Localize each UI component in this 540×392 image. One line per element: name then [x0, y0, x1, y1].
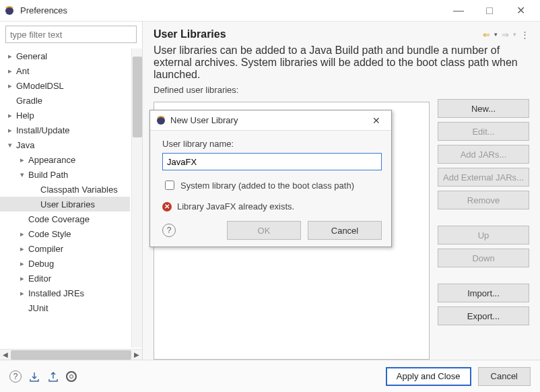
tree-item-code-style[interactable]: ▸Code Style: [0, 226, 130, 241]
chevron-right-icon[interactable]: ▸: [4, 52, 16, 61]
remove-button: Remove: [438, 191, 529, 209]
sidebar: ▸General▸Ant▸GModelDSLGradle▸Help▸Instal…: [0, 22, 143, 360]
tree-item-compiler[interactable]: ▸Compiler: [0, 241, 130, 256]
tree-item-label: Gradle: [16, 96, 42, 106]
tree-item-label: Compiler: [28, 244, 63, 254]
tree-item-appearance[interactable]: ▸Appearance: [0, 152, 130, 167]
forward-menu-icon: ▾: [513, 31, 516, 38]
chevron-down-icon[interactable]: ▾: [16, 170, 28, 179]
tree-item-label: Classpath Variables: [40, 185, 118, 195]
error-message: Library JavaFX already exists.: [177, 201, 294, 211]
dialog-close-button[interactable]: ✕: [367, 115, 386, 126]
tree-item-label: Code Coverage: [28, 214, 90, 224]
tree-item-label: Debug: [28, 259, 54, 269]
eclipse-icon: [4, 5, 15, 16]
tree-item-user-libraries[interactable]: User Libraries: [0, 197, 130, 211]
tree-item-gmodeldsl[interactable]: ▸GModelDSL: [0, 78, 130, 93]
tree-item-debug[interactable]: ▸Debug: [0, 256, 130, 271]
export-prefs-icon[interactable]: [47, 370, 59, 383]
menu-icon[interactable]: ⋮: [520, 30, 529, 40]
tree-item-install-update[interactable]: ▸Install/Update: [0, 123, 130, 137]
system-library-checkbox[interactable]: System library (added to the boot class …: [162, 178, 382, 192]
tree-item-gradle[interactable]: Gradle: [0, 93, 130, 108]
tree-item-junit[interactable]: JUnit: [0, 300, 130, 315]
up-button: Up: [438, 226, 529, 244]
import-prefs-icon[interactable]: [28, 370, 40, 383]
maximize-button[interactable]: □: [474, 0, 505, 22]
error-icon: ✕: [162, 202, 172, 211]
nav-icons: ⇐ ▾ ⇒ ▾ ⋮: [483, 30, 529, 40]
dialog-title: New User Library: [170, 115, 367, 125]
tree-item-installed-jres[interactable]: ▸Installed JREs: [0, 286, 130, 300]
tree-item-classpath-variables[interactable]: Classpath Variables: [0, 182, 130, 197]
close-button[interactable]: ✕: [505, 0, 536, 22]
tree-item-ant[interactable]: ▸Ant: [0, 63, 130, 78]
new-button[interactable]: New...: [438, 99, 529, 118]
down-button: Down: [438, 249, 529, 267]
tree-item-build-path[interactable]: ▾Build Path: [0, 167, 130, 182]
forward-icon: ⇒: [502, 30, 509, 40]
tree-item-label: Java: [16, 140, 34, 150]
chevron-right-icon[interactable]: ▸: [16, 230, 28, 238]
back-icon[interactable]: ⇐: [483, 30, 490, 40]
tree-item-java[interactable]: ▾Java: [0, 137, 130, 152]
tree-item-editor[interactable]: ▸Editor: [0, 271, 130, 286]
ok-button: OK: [227, 221, 301, 240]
help-icon[interactable]: ?: [9, 370, 22, 383]
window-title: Preferences: [20, 5, 67, 15]
chevron-right-icon[interactable]: ▸: [4, 126, 16, 135]
chevron-right-icon[interactable]: ▸: [16, 156, 28, 164]
apply-and-close-button[interactable]: Apply and Close: [386, 367, 471, 386]
chevron-right-icon[interactable]: ▸: [4, 111, 16, 120]
tree-item-label: JUnit: [28, 303, 48, 313]
chevron-right-icon[interactable]: ▸: [4, 67, 16, 75]
tree-item-label: Code Style: [28, 229, 71, 239]
tree-item-general[interactable]: ▸General: [0, 48, 130, 63]
chevron-right-icon[interactable]: ▸: [16, 289, 28, 298]
tree-item-label: Help: [16, 110, 34, 121]
new-user-library-dialog: New User Library ✕ User library name: Sy…: [149, 110, 392, 247]
chevron-right-icon[interactable]: ▸: [16, 274, 28, 283]
add-external-jars-button: Add External JARs...: [438, 168, 529, 187]
chevron-right-icon[interactable]: ▸: [16, 244, 28, 253]
tree-item-help[interactable]: ▸Help: [0, 108, 130, 123]
dialog-cancel-button[interactable]: Cancel: [308, 221, 382, 240]
tree-item-label: Build Path: [28, 170, 68, 180]
page-title: User Libraries: [154, 28, 483, 40]
tree-item-label: Install/Update: [16, 125, 70, 135]
dialog-help-icon[interactable]: ?: [162, 224, 176, 237]
minimize-button[interactable]: ―: [443, 0, 474, 22]
system-library-checkbox-input[interactable]: [165, 181, 174, 190]
tree-item-label: GModelDSL: [16, 81, 64, 91]
chevron-right-icon[interactable]: ▸: [4, 81, 16, 90]
button-column: New... Edit... Add JARs... Add External …: [438, 99, 529, 360]
preferences-tree[interactable]: ▸General▸Ant▸GModelDSLGradle▸Help▸Instal…: [0, 47, 130, 349]
tree-item-label: Editor: [28, 273, 51, 284]
titlebar: Preferences ― □ ✕: [0, 0, 540, 22]
tree-item-label: Appearance: [28, 155, 75, 165]
tree-item-label: Ant: [16, 66, 30, 76]
vertical-scrollbar[interactable]: [131, 48, 142, 348]
defined-label: Defined user libraries:: [154, 85, 529, 95]
name-label: User library name:: [162, 139, 382, 149]
description: User libraries can be added to a Java Bu…: [154, 44, 529, 81]
system-library-label: System library (added to the boot class …: [180, 181, 354, 191]
tree-item-code-coverage[interactable]: Code Coverage: [0, 211, 130, 226]
add-jars-button: Add JARs...: [438, 145, 529, 164]
filter-input[interactable]: [5, 26, 137, 43]
cancel-button[interactable]: Cancel: [478, 367, 531, 386]
tree-item-label: User Libraries: [40, 199, 95, 209]
eclipse-icon: [156, 115, 166, 126]
chevron-down-icon[interactable]: ▾: [4, 141, 16, 150]
horizontal-scrollbar[interactable]: ◀▶: [0, 349, 142, 360]
tree-item-label: General: [16, 51, 47, 61]
export-button[interactable]: Export...: [438, 306, 529, 325]
oomph-icon[interactable]: [66, 371, 77, 382]
tree-item-label: Installed JREs: [28, 288, 84, 298]
edit-button: Edit...: [438, 122, 529, 141]
back-menu-icon[interactable]: ▾: [494, 31, 498, 38]
library-name-input[interactable]: [162, 153, 382, 170]
import-button[interactable]: Import...: [438, 284, 529, 302]
chevron-right-icon[interactable]: ▸: [16, 259, 28, 268]
footer: ? Apply and Close Cancel: [0, 360, 540, 392]
